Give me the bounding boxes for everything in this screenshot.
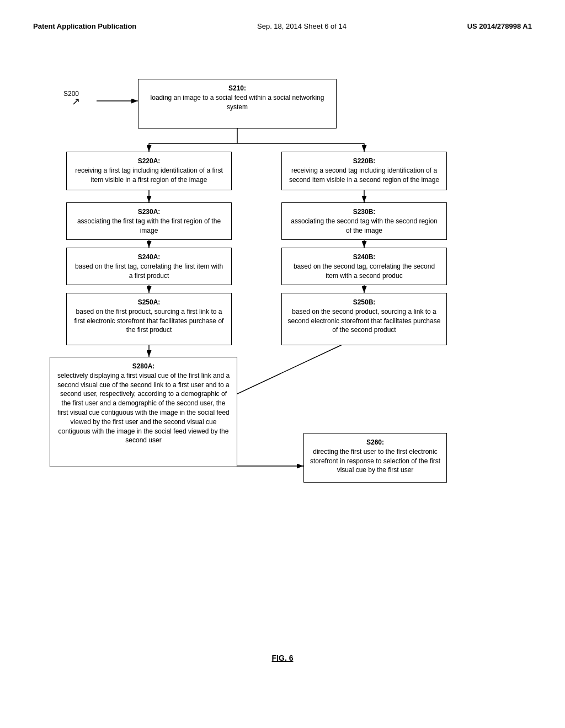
- s250b-box: S250B: based on the second product, sour…: [281, 293, 447, 345]
- fig-label: FIG. 6: [33, 654, 532, 662]
- s280a-label: S280A:: [132, 362, 155, 370]
- s210-label: S210:: [228, 84, 246, 92]
- s230b-text: associating the second tag with the seco…: [291, 217, 438, 234]
- s220a-text: receiving a first tag including identifi…: [75, 167, 222, 184]
- header-left: Patent Application Publication: [33, 22, 136, 30]
- s210-text: loading an image to a social feed within…: [151, 94, 324, 111]
- s240a-box: S240A: based on the first tag, correlati…: [66, 248, 232, 285]
- s230b-label: S230B:: [353, 208, 376, 216]
- s230a-label: S230A:: [138, 208, 161, 216]
- s240a-label: S240A:: [138, 253, 161, 261]
- s220a-box: S220A: receiving a first tag including i…: [66, 152, 232, 190]
- s250a-label: S250A:: [138, 298, 161, 306]
- arrows-svg: [33, 63, 532, 643]
- header-center: Sep. 18, 2014 Sheet 6 of 14: [257, 22, 347, 30]
- s250b-text: based on the second product, sourcing a …: [288, 308, 441, 334]
- s260-label: S260:: [366, 438, 384, 446]
- s220a-label: S220A:: [138, 157, 161, 165]
- s250a-text: based on the first product, sourcing a f…: [74, 308, 224, 334]
- s240a-text: based on the first tag, correlating the …: [75, 263, 223, 280]
- s260-text: directing the first user to the first el…: [310, 448, 440, 474]
- s200-symbol: ↗: [72, 95, 80, 108]
- s210-box: S210: loading an image to a social feed …: [138, 79, 337, 129]
- s250b-label: S250B:: [353, 298, 376, 306]
- s280a-text: selectively displaying a first visual cu…: [57, 372, 230, 445]
- s240b-label: S240B:: [353, 253, 376, 261]
- s250a-box: S250A: based on the first product, sourc…: [66, 293, 232, 345]
- header-right: US 2014/278998 A1: [467, 22, 532, 30]
- header: Patent Application Publication Sep. 18, …: [33, 22, 532, 30]
- s240b-text: based on the second tag, correlating the…: [294, 263, 435, 280]
- s230b-box: S230B: associating the second tag with t…: [281, 202, 447, 240]
- page: Patent Application Publication Sep. 18, …: [0, 0, 565, 728]
- s280a-box: S280A: selectively displaying a first vi…: [50, 357, 237, 467]
- s230a-text: associating the first tag with the first…: [77, 217, 221, 234]
- s220b-label: S220B:: [353, 157, 376, 165]
- s230a-box: S230A: associating the first tag with th…: [66, 202, 232, 240]
- s260-box: S260: directing the first user to the fi…: [303, 433, 447, 483]
- diagram: S200 ↗ S210: loading an image to a socia…: [33, 63, 532, 643]
- s240b-box: S240B: based on the second tag, correlat…: [281, 248, 447, 285]
- s220b-box: S220B: receiving a second tag including …: [281, 152, 447, 190]
- s220b-text: receiving a second tag including identif…: [289, 167, 439, 184]
